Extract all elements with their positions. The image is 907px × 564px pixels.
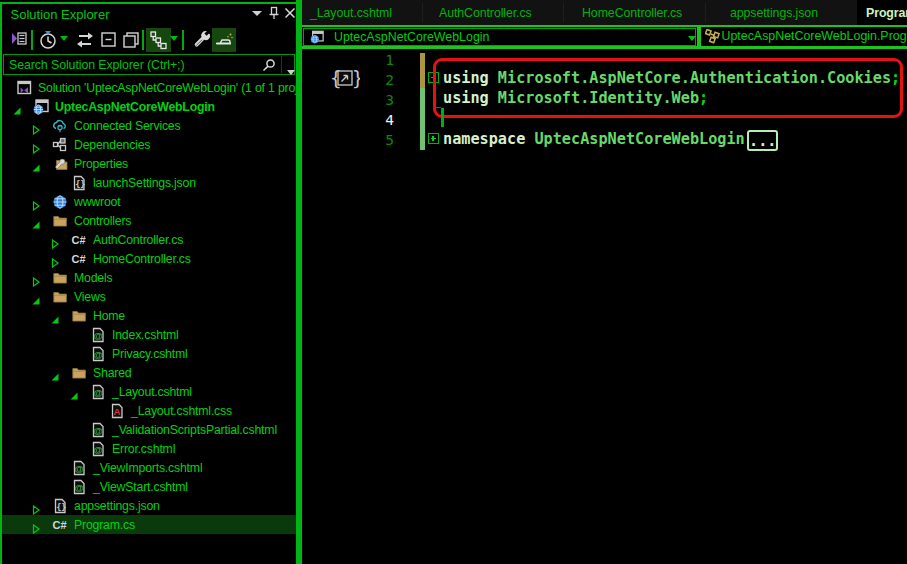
svg-text:@: @ — [94, 387, 103, 398]
editor-area: _Layout.cshtmlAuthController.csHomeContr… — [302, 0, 907, 564]
razor-icon: @ — [90, 422, 106, 438]
tree-item-shared[interactable]: Shared — [2, 363, 296, 382]
preview-selected-items-button[interactable] — [119, 28, 142, 52]
properties-button[interactable] — [190, 28, 212, 52]
tree-item-program-cs[interactable]: C#Program.cs — [2, 515, 296, 534]
window-position-icon[interactable] — [250, 6, 264, 20]
tree-item-wwwroot[interactable]: wwwroot — [2, 192, 296, 211]
tree-item-controllers[interactable]: Controllers — [2, 211, 296, 230]
tree-item-authcontroller-cs[interactable]: C#AuthController.cs — [2, 230, 296, 249]
tree-item-error-cshtml[interactable]: @Error.cshtml — [2, 439, 296, 458]
tree-item-label: Connected Services — [74, 119, 180, 133]
sync-with-active-document-dropdown-icon[interactable] — [170, 36, 178, 41]
tree-item-properties[interactable]: Properties — [2, 154, 296, 173]
line-number: 1 — [354, 51, 394, 68]
toolbar-separator — [182, 30, 184, 50]
tree-item-homecontroller-cs[interactable]: C#HomeController.cs — [2, 249, 296, 268]
tab-authcontroller-cs[interactable]: AuthController.cs — [439, 6, 532, 20]
collapsed-arrow-icon[interactable] — [50, 254, 60, 264]
pin-icon[interactable] — [267, 6, 281, 20]
folder-icon — [52, 270, 68, 286]
tree-item-launchsettings-json[interactable]: {}launchSettings.json — [2, 173, 296, 192]
collapsed-arrow-icon[interactable] — [31, 273, 41, 283]
line-number: 4 — [354, 111, 394, 128]
tree-item-label: _ViewStart.cshtml — [93, 480, 188, 494]
close-icon[interactable] — [283, 6, 297, 20]
text-caret — [441, 108, 444, 128]
tree-item-label: Properties — [74, 157, 128, 171]
tree-item-layout-cshtml-css[interactable]: A_Layout.cshtml.css — [2, 401, 296, 420]
tree-item-appsettings-json[interactable]: {}appsettings.json — [2, 496, 296, 515]
tree-item-label: launchSettings.json — [93, 176, 196, 190]
tree-item-privacy-cshtml[interactable]: @Privacy.cshtml — [2, 344, 296, 363]
properties-icon — [52, 156, 68, 172]
svg-text:@: @ — [75, 463, 84, 474]
pending-changes-filter-dropdown-icon[interactable] — [60, 36, 68, 41]
annotation-highlight-box — [433, 58, 904, 118]
razor-icon: @ — [71, 479, 87, 495]
tab--layout-cshtml[interactable]: _Layout.cshtml — [310, 6, 392, 20]
navbar-divider — [697, 25, 701, 50]
solution-explorer-panel: Solution Explorer — [0, 2, 298, 564]
expanded-arrow-icon[interactable] — [69, 387, 79, 397]
pending-changes-filter-button[interactable] — [36, 28, 62, 52]
csharp-icon: C# — [52, 517, 68, 533]
type-dropdown-value[interactable]: UptecAspNetCoreWebLogin.Program — [722, 29, 907, 43]
sync-with-active-document-button[interactable] — [146, 28, 171, 52]
svg-text:A: A — [113, 406, 120, 417]
tab-appsettings-json[interactable]: appsettings.json — [730, 6, 818, 20]
expanded-arrow-icon[interactable] — [31, 159, 41, 169]
code-segment: UptecAspNetCoreWebLogin — [525, 130, 744, 148]
tree-item-solution-uptecaspnetcoreweblogin-1-of-1-project[interactable]: Solution 'UptecAspNetCoreWebLogin' (1 of… — [2, 78, 296, 97]
collapsed-arrow-icon[interactable] — [31, 121, 41, 131]
tree-item-uptecaspnetcoreweblogin[interactable]: UptecAspNetCoreWebLogin — [2, 97, 296, 116]
line-number: 2 — [354, 71, 394, 88]
outlining-expand-icon[interactable] — [428, 133, 439, 144]
tree-item-label: Index.cshtml — [112, 328, 179, 342]
expanded-arrow-icon[interactable] — [31, 216, 41, 226]
tree-item-dependencies[interactable]: Dependencies — [2, 135, 296, 154]
collapsed-arrow-icon[interactable] — [50, 235, 60, 245]
collapsed-arrow-icon[interactable] — [31, 197, 41, 207]
expanded-arrow-icon[interactable] — [12, 102, 22, 112]
tab-program-cs[interactable]: Program.cs — [866, 6, 907, 20]
preview-windows-icon — [120, 29, 142, 55]
tree-item-index-cshtml[interactable]: @Index.cshtml — [2, 325, 296, 344]
tree-item-home[interactable]: Home — [2, 306, 296, 325]
aspnet-project-icon — [33, 99, 49, 115]
collapsed-arrow-icon[interactable] — [31, 501, 41, 511]
razor-icon: @ — [90, 346, 106, 362]
tree-item-connected-services[interactable]: Connected Services — [2, 116, 296, 135]
code-editor[interactable]: { } 12using Microsoft.AspNetCore.Authent… — [302, 49, 907, 564]
css-icon: A — [109, 403, 125, 419]
tree-item-validationscriptspartial-cshtml[interactable]: @_ValidationScriptsPartial.cshtml — [2, 420, 296, 439]
tree-item-layout-cshtml[interactable]: @_Layout.cshtml — [2, 382, 296, 401]
search-box[interactable]: Search Solution Explorer (Ctrl+;) — [3, 54, 295, 75]
expanded-arrow-icon[interactable] — [50, 311, 60, 321]
collapsed-region-box[interactable]: ... — [747, 130, 778, 151]
wrench-icon — [191, 29, 213, 55]
editor-navigation-bar: UptecAspNetCoreWebLogin UptecAspNetCoreW… — [302, 25, 907, 49]
project-dropdown[interactable]: UptecAspNetCoreWebLogin — [303, 28, 696, 46]
collapsed-arrow-icon[interactable] — [31, 520, 41, 530]
tree-item-models[interactable]: Models — [2, 268, 296, 287]
tree-item-views[interactable]: Views — [2, 287, 296, 306]
tree-item-viewstart-cshtml[interactable]: @_ViewStart.cshtml — [2, 477, 296, 496]
collapsed-arrow-icon[interactable] — [31, 140, 41, 150]
expanded-arrow-icon[interactable] — [31, 292, 41, 302]
sync-selection-button[interactable] — [73, 28, 95, 52]
collapse-all-button[interactable] — [97, 28, 120, 52]
svg-text:@: @ — [94, 330, 103, 341]
tree-item-label: _Layout.cshtml — [112, 385, 192, 399]
tab-homecontroller-cs[interactable]: HomeController.cs — [582, 6, 682, 20]
tree-item-viewimports-cshtml[interactable]: @_ViewImports.cshtml — [2, 458, 296, 477]
tree-item-label: Solution 'UptecAspNetCoreWebLogin' (1 of… — [38, 81, 296, 95]
show-all-files-button[interactable] — [212, 28, 236, 52]
razor-icon: @ — [90, 441, 106, 457]
tree-item-label: _ViewImports.cshtml — [93, 461, 202, 475]
expanded-arrow-icon[interactable] — [50, 368, 60, 378]
switch-views-button[interactable] — [8, 28, 32, 52]
search-placeholder: Search Solution Explorer (Ctrl+;) — [9, 58, 184, 72]
solution-explorer-toolbar — [2, 26, 298, 54]
tree-item-label: wwwroot — [74, 195, 120, 209]
